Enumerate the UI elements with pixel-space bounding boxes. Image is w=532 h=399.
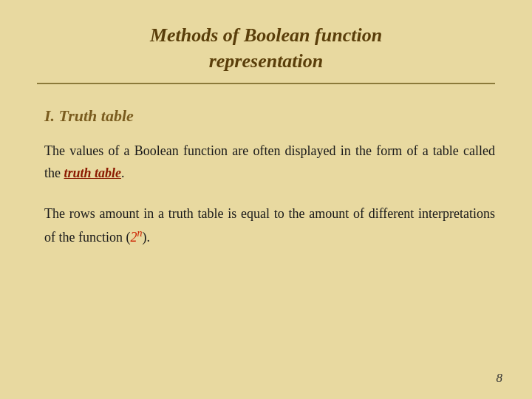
content-section: I. Truth table The values of a Boolean f… bbox=[37, 92, 495, 377]
paragraph2-text-before: The rows amount in a truth table is equa… bbox=[44, 206, 495, 245]
page-number: 8 bbox=[497, 371, 503, 386]
section-heading: I. Truth table bbox=[37, 106, 495, 126]
slide-title: Methods of Boolean function representati… bbox=[37, 22, 495, 74]
title-line1: Methods of Boolean function bbox=[150, 24, 382, 46]
truth-table-term: truth table bbox=[64, 166, 122, 180]
paragraph1-text-after: . bbox=[121, 166, 125, 180]
paragraph2-text-after: ). bbox=[142, 230, 150, 245]
paragraph2: The rows amount in a truth table is equa… bbox=[37, 203, 495, 249]
title-line2: representation bbox=[209, 50, 324, 72]
slide-container: Methods of Boolean function representati… bbox=[0, 0, 532, 399]
title-section: Methods of Boolean function representati… bbox=[37, 22, 495, 84]
paragraph1: The values of a Boolean function are oft… bbox=[37, 140, 495, 184]
